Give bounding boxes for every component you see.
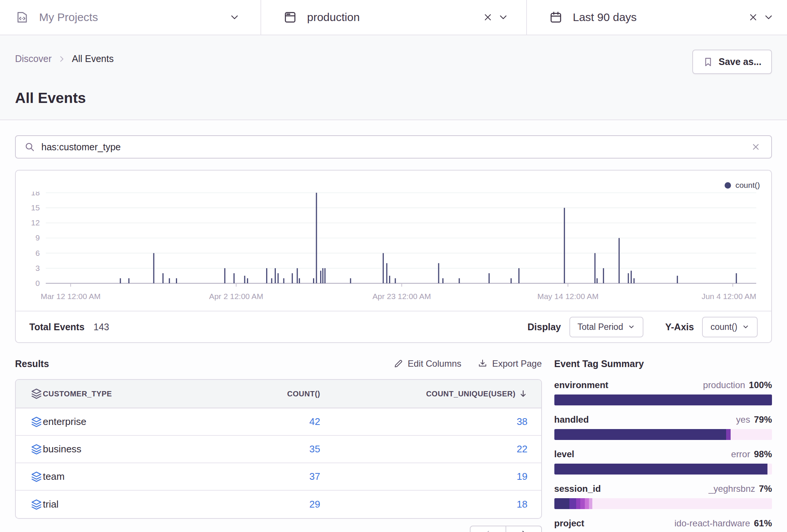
environment-chevron-down-icon[interactable] [495, 9, 511, 25]
col-count-unique-user[interactable]: COUNT_UNIQUE(USER) [334, 389, 541, 398]
svg-text:12: 12 [31, 218, 40, 227]
events-chart-card: count() 0369121518Mar 12 12:00 AMApr 2 1… [15, 170, 772, 343]
edit-columns-label: Edit Columns [408, 358, 462, 369]
chevron-down-icon [742, 323, 749, 331]
search-input[interactable] [41, 142, 749, 153]
table-header-row: CUSTOMER_TYPE COUNT() COUNT_UNIQUE(USER) [16, 380, 541, 408]
cell-count-unique-user: 18 [334, 499, 541, 510]
chevron-left-icon [483, 529, 492, 532]
export-page-button[interactable]: Export Page [478, 358, 542, 369]
svg-text:Apr 23 12:00 AM: Apr 23 12:00 AM [372, 292, 431, 301]
date-range-selector[interactable]: Last 90 days [526, 0, 787, 35]
tag-bar-segment [554, 464, 768, 475]
col-count[interactable]: COUNT() [208, 390, 334, 398]
tag-distribution-bar[interactable] [554, 394, 772, 405]
count-link[interactable]: 35 [309, 443, 320, 455]
projects-icon [15, 10, 29, 24]
tag-percent: 7% [759, 484, 772, 494]
yaxis-dropdown[interactable]: count() [702, 317, 758, 337]
calendar-icon [549, 10, 563, 24]
date-range-label: Last 90 days [573, 11, 637, 24]
count-unique-link[interactable]: 22 [517, 443, 528, 455]
table-row: enterprise 42 38 [16, 408, 541, 436]
previous-page-button[interactable] [470, 526, 506, 532]
date-range-clear-icon[interactable] [746, 10, 761, 25]
chart-legend[interactable]: count() [16, 171, 771, 192]
col-customer-type[interactable]: CUSTOMER_TYPE [43, 390, 208, 398]
legend-label: count() [736, 181, 760, 190]
count-unique-link[interactable]: 18 [517, 499, 528, 510]
tag-percent: 100% [749, 380, 772, 390]
count-unique-link[interactable]: 38 [517, 416, 528, 427]
tag-bar-segment [731, 429, 772, 440]
tag-bar-segment [554, 498, 570, 509]
yaxis-dropdown-value: count() [710, 322, 737, 332]
tag-bar-segment [569, 498, 576, 509]
chevron-right-icon [58, 55, 66, 63]
cell-count-unique-user: 38 [334, 416, 541, 428]
tag-percent: 98% [754, 449, 772, 459]
export-page-label: Export Page [492, 358, 542, 369]
results-heading: Results [15, 358, 49, 369]
tag-top-value: error [731, 449, 750, 459]
svg-text:Mar 12 12:00 AM: Mar 12 12:00 AM [41, 292, 100, 301]
project-chevron-down-icon[interactable] [227, 9, 242, 25]
legend-dot-icon [725, 182, 731, 189]
count-unique-link[interactable]: 19 [517, 471, 528, 482]
tag-bar-segment [767, 464, 772, 475]
tag-top-value: yes [736, 414, 750, 425]
project-selector[interactable]: My Projects [0, 0, 260, 35]
display-dropdown[interactable]: Total Period [569, 317, 643, 337]
cell-customer-type: enterprise [43, 416, 208, 428]
cell-count: 37 [208, 471, 334, 482]
tag-distribution-bar[interactable] [554, 498, 772, 509]
date-range-chevron-down-icon[interactable] [761, 9, 776, 25]
svg-text:Apr 2 12:00 AM: Apr 2 12:00 AM [209, 292, 263, 301]
tag-name: environment [554, 380, 608, 390]
environment-selector[interactable]: production [260, 0, 526, 35]
svg-text:6: 6 [35, 249, 40, 257]
breadcrumb-discover-link[interactable]: Discover [15, 53, 51, 64]
download-icon [478, 359, 487, 369]
svg-text:Jun 4 12:00 AM: Jun 4 12:00 AM [702, 292, 756, 301]
svg-text:0: 0 [35, 279, 40, 287]
chart-footer: Total Events 143 Display Total Period Y-… [16, 311, 771, 342]
environment-clear-icon[interactable] [480, 10, 495, 25]
cell-count: 35 [208, 443, 334, 455]
count-link[interactable]: 37 [309, 471, 320, 482]
count-link[interactable]: 29 [309, 499, 320, 510]
tag-name: session_id [554, 484, 601, 494]
window-icon [283, 10, 297, 24]
pencil-icon [394, 359, 403, 369]
chevron-right-icon [519, 529, 528, 532]
event-tag-summary: Event Tag Summary environment production… [554, 355, 772, 532]
search-clear-icon[interactable] [749, 140, 763, 154]
table-row: trial 29 18 [16, 491, 541, 518]
tag-distribution-bar[interactable] [554, 464, 772, 475]
page-title: All Events [15, 90, 772, 106]
tag-bar-segment [576, 498, 581, 509]
edit-columns-button[interactable]: Edit Columns [394, 358, 462, 369]
tag-bar-segment [554, 394, 772, 405]
pagination [15, 526, 542, 532]
count-link[interactable]: 42 [309, 416, 320, 427]
environment-label: production [307, 11, 360, 24]
tag-bar-segment [726, 429, 731, 440]
total-events-label: Total Events [29, 322, 85, 332]
tag-item: project ido-react-hardware 61% [554, 518, 772, 532]
save-as-button[interactable]: Save as... [692, 50, 772, 74]
cell-customer-type: trial [43, 499, 208, 510]
tag-bar-segment [580, 498, 585, 509]
breadcrumb: Discover All Events [15, 50, 114, 64]
tag-top-value: ido-react-hardware [675, 518, 750, 529]
cell-customer-type: team [43, 471, 208, 482]
tag-percent: 79% [754, 414, 772, 425]
display-label: Display [528, 322, 561, 332]
tag-item: level error 98% [554, 449, 772, 475]
tag-distribution-bar[interactable] [554, 429, 772, 440]
next-page-button[interactable] [506, 526, 542, 532]
tag-name: handled [554, 414, 589, 425]
global-filter-bar: My Projects production Last 90 days [0, 0, 787, 35]
page-header: Discover All Events Save as... All Event… [0, 35, 787, 120]
yaxis-label: Y-Axis [665, 322, 694, 332]
